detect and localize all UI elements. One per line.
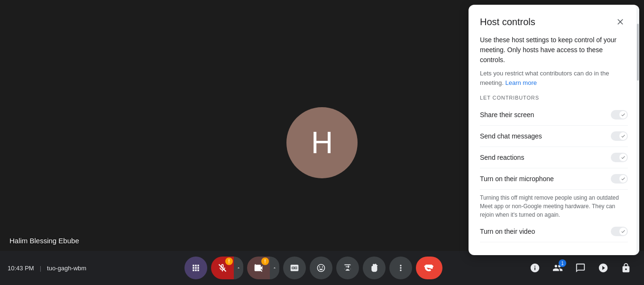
apps-icon xyxy=(191,263,201,273)
toggle-knob xyxy=(619,111,627,119)
camera-badge: ! xyxy=(261,257,269,265)
send-reactions-row: Send reactions xyxy=(480,147,628,168)
time-display: 10:43 PM xyxy=(8,265,34,272)
mic-icon xyxy=(218,263,227,273)
present-icon xyxy=(343,263,352,273)
captions-button[interactable] xyxy=(283,257,306,279)
meeting-info-button[interactable] xyxy=(524,257,545,278)
captions-icon xyxy=(290,263,299,273)
mic-badge: ! xyxy=(225,257,233,265)
raise-hand-button[interactable] xyxy=(363,257,386,279)
check-icon3 xyxy=(621,155,626,160)
chevron-up-icon xyxy=(236,266,241,270)
info-icon xyxy=(530,263,540,273)
camera-button[interactable]: ! xyxy=(247,257,270,279)
more-apps-button[interactable] xyxy=(184,257,207,279)
chat-button[interactable] xyxy=(570,257,591,278)
more-options-button[interactable] xyxy=(389,257,412,279)
share-screen-label: Share their screen xyxy=(480,111,611,119)
turn-on-mic-row: Turn on their microphone xyxy=(480,168,628,190)
send-reactions-label: Send reactions xyxy=(480,154,611,161)
video-area: H Halim Blessing Ebube 10:43 PM | tuo-ga… xyxy=(0,0,644,285)
mic-button[interactable]: ! xyxy=(211,257,234,279)
learn-more-link[interactable]: Learn more xyxy=(506,79,537,86)
section-label: LET CONTRIBUTORS xyxy=(480,95,628,101)
turn-on-video-toggle[interactable] xyxy=(611,227,628,236)
toggle-knob5 xyxy=(619,228,627,235)
send-reactions-toggle[interactable] xyxy=(611,153,628,162)
close-icon xyxy=(616,17,625,27)
send-chat-toggle[interactable] xyxy=(611,131,628,141)
present-button[interactable] xyxy=(336,257,359,279)
camera-group: ! xyxy=(247,257,279,279)
avatar-container: H xyxy=(286,107,358,178)
toggle-knob3 xyxy=(619,154,627,161)
host-controls-panel: Host controls Use these host settings to… xyxy=(469,5,639,255)
safety-button[interactable] xyxy=(616,257,636,278)
send-chat-row: Send chat messages xyxy=(480,126,628,147)
emoji-icon xyxy=(316,263,326,273)
lock-icon xyxy=(621,263,631,273)
microphone-note: Turning this off might remove people usi… xyxy=(480,190,628,221)
turn-on-video-label: Turn on their video xyxy=(480,228,611,235)
panel-title: Host controls xyxy=(480,17,535,28)
people-button[interactable]: 1 xyxy=(547,257,568,278)
end-call-button[interactable] xyxy=(416,257,442,279)
raise-hand-icon xyxy=(369,263,379,273)
send-chat-label: Send chat messages xyxy=(480,132,611,140)
avatar: H xyxy=(286,107,358,178)
emoji-button[interactable] xyxy=(310,257,332,279)
chat-icon xyxy=(575,263,586,273)
mic-group: ! xyxy=(211,257,243,279)
check-icon4 xyxy=(621,176,626,181)
activities-icon xyxy=(598,263,608,273)
people-badge: 1 xyxy=(559,259,566,267)
camera-icon xyxy=(254,263,263,273)
toggle-knob2 xyxy=(619,132,627,140)
turn-on-video-row: Turn on their video xyxy=(480,221,628,242)
more-vert-icon xyxy=(396,263,405,273)
user-name-label: Halim Blessing Ebube xyxy=(9,237,79,245)
close-panel-button[interactable] xyxy=(613,14,628,29)
camera-chevron-button[interactable] xyxy=(270,257,279,279)
turn-on-mic-label: Turn on their microphone xyxy=(480,175,611,183)
toggle-knob4 xyxy=(619,175,627,183)
scrollbar-thumb xyxy=(637,24,639,81)
mic-chevron-button[interactable] xyxy=(234,257,243,279)
scrollbar-track[interactable] xyxy=(636,5,639,255)
panel-sub-description: Lets you restrict what contributors can … xyxy=(480,69,628,87)
activities-button[interactable] xyxy=(593,257,614,278)
controls-right: 1 xyxy=(524,257,636,278)
chevron-up-icon2 xyxy=(272,266,277,270)
share-screen-toggle[interactable] xyxy=(611,110,628,120)
bottom-bar: 10:43 PM | tuo-gagh-wbm ! xyxy=(0,251,644,285)
share-screen-row: Share their screen xyxy=(480,104,628,126)
meeting-info: 10:43 PM | tuo-gagh-wbm xyxy=(8,265,102,272)
check-icon2 xyxy=(621,134,626,138)
end-call-icon xyxy=(423,265,435,271)
check-icon5 xyxy=(621,229,626,234)
controls-center: ! ! xyxy=(102,257,524,279)
turn-on-mic-toggle[interactable] xyxy=(611,174,628,184)
meeting-code: tuo-gagh-wbm xyxy=(47,265,86,272)
panel-header: Host controls xyxy=(469,5,639,35)
panel-body: Use these host settings to keep control … xyxy=(469,35,639,255)
panel-description: Use these host settings to keep control … xyxy=(480,35,628,65)
avatar-initial: H xyxy=(311,125,333,160)
check-icon xyxy=(621,112,626,117)
separator: | xyxy=(40,265,41,272)
